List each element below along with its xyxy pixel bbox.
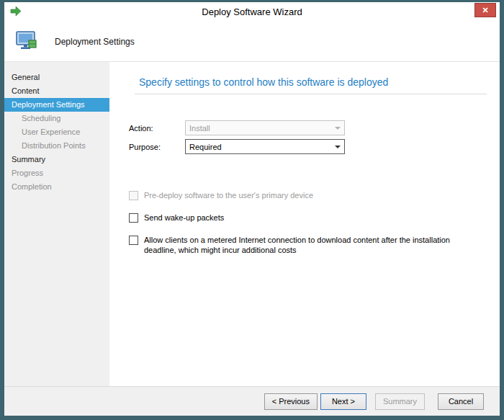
- close-button[interactable]: ✕: [474, 3, 496, 17]
- purpose-row: Purpose: Required: [129, 139, 488, 154]
- computer-software-icon: [14, 30, 39, 53]
- sidebar-item-scheduling[interactable]: Scheduling: [4, 112, 109, 125]
- purpose-label: Purpose:: [129, 143, 185, 151]
- predeploy-checkbox-label: Pre-deploy software to the user's primar…: [144, 190, 313, 200]
- wizard-page-title: Deployment Settings: [55, 37, 135, 47]
- page-heading: Specify settings to control how this sof…: [139, 76, 488, 88]
- sidebar-item-deployment-settings[interactable]: Deployment Settings: [4, 98, 109, 112]
- predeploy-check-row: Pre-deploy software to the user's primar…: [129, 190, 488, 200]
- sidebar-item-general[interactable]: General: [4, 71, 109, 84]
- previous-button[interactable]: < Previous: [264, 393, 318, 410]
- sidebar-item-completion[interactable]: Completion: [4, 180, 109, 194]
- sidebar-item-progress[interactable]: Progress: [4, 166, 109, 180]
- wizard-page-header: Deployment Settings: [4, 22, 500, 62]
- next-button[interactable]: Next >: [320, 393, 366, 410]
- window-inner: Deploy Software Wizard ✕ Deployment Sett…: [4, 2, 500, 416]
- window-title: Deploy Software Wizard: [4, 6, 500, 17]
- cancel-button[interactable]: Cancel: [438, 393, 484, 410]
- action-dropdown-arrow-zone: [331, 122, 343, 134]
- sidebar-item-user-experience[interactable]: User Experience: [4, 125, 109, 139]
- action-label: Action:: [129, 124, 185, 133]
- deploy-arrow-icon: [10, 6, 22, 17]
- sidebar-item-distribution-points[interactable]: Distribution Points: [4, 139, 109, 153]
- titlebar: Deploy Software Wizard ✕: [4, 2, 500, 22]
- deploy-software-wizard-window: Deploy Software Wizard ✕ Deployment Sett…: [0, 0, 504, 420]
- action-dropdown[interactable]: Install: [185, 120, 345, 135]
- wizard-steps-sidebar: General Content Deployment Settings Sche…: [4, 62, 109, 386]
- purpose-dropdown[interactable]: Required: [185, 139, 345, 154]
- wizard-main-panel: Specify settings to control how this sof…: [109, 62, 500, 386]
- purpose-dropdown-arrow-zone: [331, 140, 343, 153]
- wizard-footer: < Previous Next > Summary Cancel: [4, 386, 500, 416]
- action-value: Install: [189, 124, 210, 133]
- close-icon: ✕: [482, 6, 488, 15]
- action-row: Action: Install: [129, 120, 488, 135]
- wakeup-checkbox[interactable]: [129, 213, 138, 223]
- sidebar-item-summary[interactable]: Summary: [4, 153, 109, 166]
- wakeup-check-row: Send wake-up packets: [129, 213, 488, 223]
- chevron-down-icon: [335, 127, 341, 130]
- metered-checkbox[interactable]: [129, 236, 138, 245]
- wizard-body: General Content Deployment Settings Sche…: [4, 62, 500, 386]
- metered-checkbox-label: Allow clients on a metered Internet conn…: [144, 235, 482, 255]
- purpose-value: Required: [189, 143, 222, 151]
- summary-button[interactable]: Summary: [375, 393, 425, 410]
- predeploy-checkbox[interactable]: [129, 191, 138, 200]
- heading-divider: [135, 94, 487, 94]
- sidebar-item-content[interactable]: Content: [4, 84, 109, 98]
- metered-check-row: Allow clients on a metered Internet conn…: [129, 235, 488, 255]
- wakeup-checkbox-label: Send wake-up packets: [144, 213, 224, 223]
- chevron-down-icon: [335, 146, 341, 148]
